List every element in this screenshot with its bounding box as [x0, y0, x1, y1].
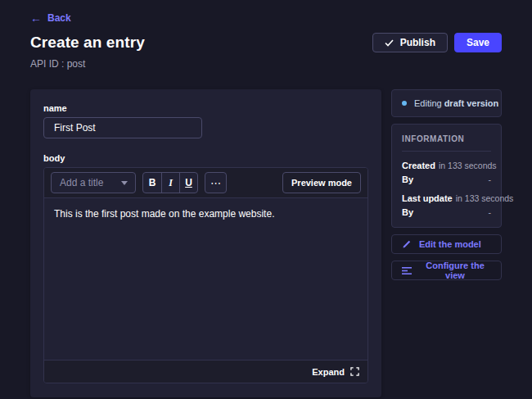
preview-mode-button[interactable]: Preview mode	[282, 172, 361, 193]
divider	[402, 151, 491, 152]
draft-status-badge: Editingdraft version	[391, 89, 502, 117]
editor-footer: Expand	[44, 360, 367, 383]
expand-button[interactable]: Expand	[312, 367, 345, 377]
bold-button[interactable]: B	[143, 173, 161, 193]
save-label: Save	[467, 37, 489, 48]
more-options-button[interactable]: ⋯	[205, 172, 227, 193]
back-label: Back	[47, 12, 71, 24]
italic-button[interactable]: I	[161, 173, 179, 193]
information-title: INFORMATION	[402, 134, 491, 143]
draft-dot-icon	[402, 101, 407, 106]
settings-lines-icon	[402, 266, 412, 275]
body-editor-textarea[interactable]: This is the first post made on the examp…	[44, 198, 367, 360]
entry-form-card: name body Add a title B I U	[30, 89, 381, 397]
info-row-last-update: Last update in 133 seconds	[402, 193, 491, 203]
name-field: name	[43, 103, 368, 138]
configure-view-button[interactable]: Configure the view	[391, 261, 502, 280]
edit-model-button[interactable]: Edit the model	[391, 234, 502, 254]
title-select-label: Add a title	[60, 177, 103, 188]
save-button[interactable]: Save	[454, 33, 502, 52]
check-icon	[385, 39, 394, 47]
chevron-down-icon	[121, 181, 128, 185]
page-title: Create an entry	[30, 34, 145, 52]
configure-view-label: Configure the view	[419, 261, 491, 280]
underline-button[interactable]: U	[179, 173, 197, 193]
body-field-label: body	[43, 153, 368, 163]
format-button-group: B I U	[142, 172, 198, 193]
name-input[interactable]	[43, 117, 202, 138]
draft-status-text: Editingdraft version	[414, 98, 498, 108]
right-sidebar: Editingdraft version INFORMATION Created…	[391, 89, 502, 280]
publish-button[interactable]: Publish	[372, 33, 448, 52]
info-row-created: Created in 133 seconds	[402, 161, 491, 170]
body-field: body Add a title B I U ⋯	[43, 153, 368, 383]
api-id-subtitle: API ID : post	[30, 58, 502, 70]
editor-toolbar: Add a title B I U ⋯ Preview mode	[44, 168, 367, 198]
expand-icon[interactable]	[350, 367, 359, 376]
title-style-select[interactable]: Add a title	[51, 172, 136, 193]
back-arrow-icon: ←	[30, 13, 42, 23]
info-row-created-by: By -	[402, 175, 491, 184]
publish-label: Publish	[400, 37, 435, 48]
rich-text-editor: Add a title B I U ⋯ Preview mode	[43, 167, 368, 383]
back-link[interactable]: ← Back	[30, 12, 71, 24]
info-row-updated-by: By -	[402, 207, 491, 217]
pencil-icon	[402, 239, 412, 249]
preview-mode-label: Preview mode	[291, 178, 352, 188]
page-header: ← Back Create an entry Publish Save API …	[0, 0, 532, 70]
content-area: name body Add a title B I U	[0, 89, 532, 397]
body-text: This is the first post made on the examp…	[54, 208, 274, 220]
edit-model-label: Edit the model	[419, 239, 481, 249]
header-actions: Publish Save	[372, 33, 502, 52]
information-panel: INFORMATION Created in 133 seconds By - …	[391, 124, 502, 228]
name-field-label: name	[43, 103, 368, 113]
